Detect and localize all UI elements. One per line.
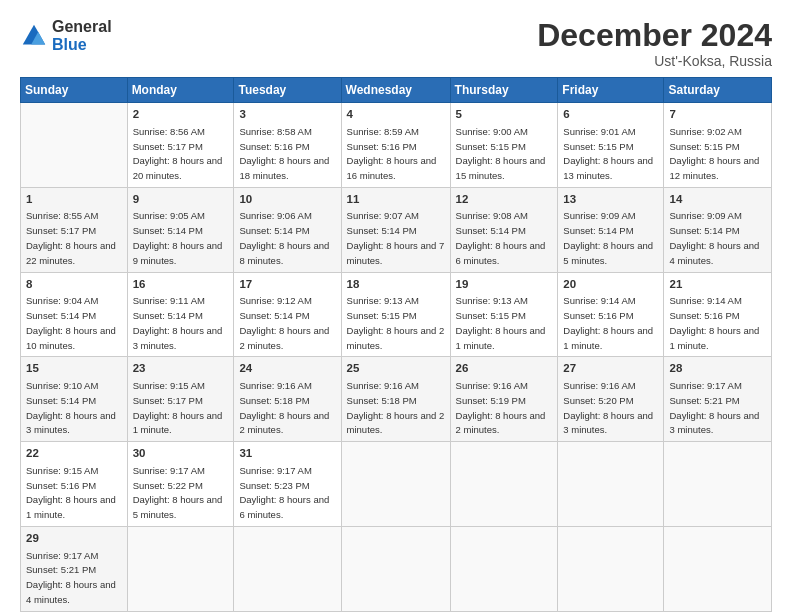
calendar-table: Sunday Monday Tuesday Wednesday Thursday…	[20, 77, 772, 612]
day-info: Sunrise: 9:15 AMSunset: 5:16 PMDaylight:…	[26, 465, 116, 520]
table-row: 29Sunrise: 9:17 AMSunset: 5:21 PMDayligh…	[21, 527, 128, 612]
table-row	[341, 442, 450, 527]
table-row: 9Sunrise: 9:05 AMSunset: 5:14 PMDaylight…	[127, 187, 234, 272]
calendar-row: 22Sunrise: 9:15 AMSunset: 5:16 PMDayligh…	[21, 442, 772, 527]
day-info: Sunrise: 9:13 AMSunset: 5:15 PMDaylight:…	[347, 295, 445, 350]
table-row: 31Sunrise: 9:17 AMSunset: 5:23 PMDayligh…	[234, 442, 341, 527]
table-row	[450, 442, 558, 527]
day-number: 6	[563, 107, 658, 123]
table-row: 8Sunrise: 9:04 AMSunset: 5:14 PMDaylight…	[21, 272, 128, 357]
day-number: 12	[456, 192, 553, 208]
table-row: 2Sunrise: 8:56 AMSunset: 5:17 PMDaylight…	[127, 103, 234, 188]
day-info: Sunrise: 9:15 AMSunset: 5:17 PMDaylight:…	[133, 380, 223, 435]
logo-text: General Blue	[52, 18, 112, 53]
day-number: 26	[456, 361, 553, 377]
calendar-row: 2Sunrise: 8:56 AMSunset: 5:17 PMDaylight…	[21, 103, 772, 188]
col-saturday: Saturday	[664, 78, 772, 103]
table-row: 14Sunrise: 9:09 AMSunset: 5:14 PMDayligh…	[664, 187, 772, 272]
table-row: 4Sunrise: 8:59 AMSunset: 5:16 PMDaylight…	[341, 103, 450, 188]
table-row	[558, 442, 664, 527]
table-row	[341, 527, 450, 612]
day-info: Sunrise: 9:09 AMSunset: 5:14 PMDaylight:…	[563, 210, 653, 265]
day-info: Sunrise: 9:08 AMSunset: 5:14 PMDaylight:…	[456, 210, 546, 265]
location: Ust'-Koksa, Russia	[537, 53, 772, 69]
table-row	[664, 527, 772, 612]
day-number: 21	[669, 277, 766, 293]
table-row	[234, 527, 341, 612]
day-info: Sunrise: 9:13 AMSunset: 5:15 PMDaylight:…	[456, 295, 546, 350]
day-info: Sunrise: 9:02 AMSunset: 5:15 PMDaylight:…	[669, 126, 759, 181]
day-info: Sunrise: 9:17 AMSunset: 5:22 PMDaylight:…	[133, 465, 223, 520]
day-info: Sunrise: 8:58 AMSunset: 5:16 PMDaylight:…	[239, 126, 329, 181]
table-row: 11Sunrise: 9:07 AMSunset: 5:14 PMDayligh…	[341, 187, 450, 272]
day-number: 15	[26, 361, 122, 377]
table-row: 18Sunrise: 9:13 AMSunset: 5:15 PMDayligh…	[341, 272, 450, 357]
logo-general: General	[52, 18, 112, 36]
day-info: Sunrise: 9:17 AMSunset: 5:21 PMDaylight:…	[669, 380, 759, 435]
table-row	[127, 527, 234, 612]
table-row: 23Sunrise: 9:15 AMSunset: 5:17 PMDayligh…	[127, 357, 234, 442]
calendar-row: 1Sunrise: 8:55 AMSunset: 5:17 PMDaylight…	[21, 187, 772, 272]
day-info: Sunrise: 9:01 AMSunset: 5:15 PMDaylight:…	[563, 126, 653, 181]
day-number: 19	[456, 277, 553, 293]
day-number: 18	[347, 277, 445, 293]
day-number: 31	[239, 446, 335, 462]
table-row: 3Sunrise: 8:58 AMSunset: 5:16 PMDaylight…	[234, 103, 341, 188]
calendar-row: 15Sunrise: 9:10 AMSunset: 5:14 PMDayligh…	[21, 357, 772, 442]
table-row: 25Sunrise: 9:16 AMSunset: 5:18 PMDayligh…	[341, 357, 450, 442]
title-block: December 2024 Ust'-Koksa, Russia	[537, 18, 772, 69]
day-info: Sunrise: 9:16 AMSunset: 5:18 PMDaylight:…	[239, 380, 329, 435]
day-info: Sunrise: 8:59 AMSunset: 5:16 PMDaylight:…	[347, 126, 437, 181]
col-thursday: Thursday	[450, 78, 558, 103]
day-number: 30	[133, 446, 229, 462]
day-info: Sunrise: 9:00 AMSunset: 5:15 PMDaylight:…	[456, 126, 546, 181]
day-info: Sunrise: 9:09 AMSunset: 5:14 PMDaylight:…	[669, 210, 759, 265]
logo-blue: Blue	[52, 36, 112, 54]
day-info: Sunrise: 9:06 AMSunset: 5:14 PMDaylight:…	[239, 210, 329, 265]
day-number: 16	[133, 277, 229, 293]
calendar-row: 8Sunrise: 9:04 AMSunset: 5:14 PMDaylight…	[21, 272, 772, 357]
day-info: Sunrise: 9:05 AMSunset: 5:14 PMDaylight:…	[133, 210, 223, 265]
day-number: 9	[133, 192, 229, 208]
day-number: 13	[563, 192, 658, 208]
table-row: 30Sunrise: 9:17 AMSunset: 5:22 PMDayligh…	[127, 442, 234, 527]
day-number: 7	[669, 107, 766, 123]
table-row	[21, 103, 128, 188]
day-info: Sunrise: 9:10 AMSunset: 5:14 PMDaylight:…	[26, 380, 116, 435]
table-row	[664, 442, 772, 527]
table-row: 17Sunrise: 9:12 AMSunset: 5:14 PMDayligh…	[234, 272, 341, 357]
col-tuesday: Tuesday	[234, 78, 341, 103]
day-info: Sunrise: 9:14 AMSunset: 5:16 PMDaylight:…	[669, 295, 759, 350]
table-row	[450, 527, 558, 612]
day-number: 24	[239, 361, 335, 377]
table-row: 19Sunrise: 9:13 AMSunset: 5:15 PMDayligh…	[450, 272, 558, 357]
table-row: 27Sunrise: 9:16 AMSunset: 5:20 PMDayligh…	[558, 357, 664, 442]
day-number: 20	[563, 277, 658, 293]
table-row: 10Sunrise: 9:06 AMSunset: 5:14 PMDayligh…	[234, 187, 341, 272]
day-number: 5	[456, 107, 553, 123]
day-info: Sunrise: 9:16 AMSunset: 5:18 PMDaylight:…	[347, 380, 445, 435]
day-number: 2	[133, 107, 229, 123]
header: General Blue December 2024 Ust'-Koksa, R…	[20, 18, 772, 69]
day-number: 1	[26, 192, 122, 208]
page: General Blue December 2024 Ust'-Koksa, R…	[0, 0, 792, 612]
day-info: Sunrise: 9:16 AMSunset: 5:20 PMDaylight:…	[563, 380, 653, 435]
table-row: 22Sunrise: 9:15 AMSunset: 5:16 PMDayligh…	[21, 442, 128, 527]
col-friday: Friday	[558, 78, 664, 103]
day-number: 3	[239, 107, 335, 123]
table-row: 26Sunrise: 9:16 AMSunset: 5:19 PMDayligh…	[450, 357, 558, 442]
day-number: 23	[133, 361, 229, 377]
day-info: Sunrise: 9:14 AMSunset: 5:16 PMDaylight:…	[563, 295, 653, 350]
table-row	[558, 527, 664, 612]
day-number: 4	[347, 107, 445, 123]
logo: General Blue	[20, 18, 112, 53]
day-number: 14	[669, 192, 766, 208]
table-row: 13Sunrise: 9:09 AMSunset: 5:14 PMDayligh…	[558, 187, 664, 272]
table-row: 1Sunrise: 8:55 AMSunset: 5:17 PMDaylight…	[21, 187, 128, 272]
table-row: 28Sunrise: 9:17 AMSunset: 5:21 PMDayligh…	[664, 357, 772, 442]
col-wednesday: Wednesday	[341, 78, 450, 103]
day-number: 17	[239, 277, 335, 293]
day-number: 27	[563, 361, 658, 377]
day-number: 8	[26, 277, 122, 293]
day-info: Sunrise: 9:17 AMSunset: 5:23 PMDaylight:…	[239, 465, 329, 520]
